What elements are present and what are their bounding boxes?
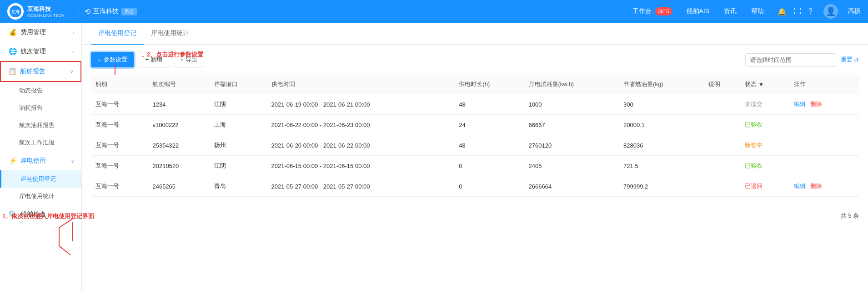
cell-status-2: 验收中	[740, 135, 789, 156]
table-row: 互海一号 1234 江阴 2021-06-19 00:00 - 2021-06-…	[91, 94, 859, 115]
status-filter[interactable]: 状态 ▼	[745, 80, 785, 88]
sidebar: 💰 费用管理 › 🌐 航次管理 › 📋 船舶报告 ∨ 动态报告 油耗报告	[0, 23, 82, 291]
col-ship: 船舶	[91, 75, 148, 94]
reset-icon: ↺	[854, 56, 859, 63]
action-编辑-4[interactable]: 编辑	[794, 183, 806, 189]
sidebar-sub-shore-register[interactable]: 岸电使用登记	[0, 170, 81, 188]
shore-power-icon: ⚡	[9, 157, 17, 165]
svg-text:互海: 互海	[11, 10, 20, 14]
total-label: 共 5 条	[841, 212, 859, 220]
cell-consumption-4: 2666664	[524, 176, 619, 197]
cell-duration-3: 0	[454, 156, 524, 176]
bell-icon[interactable]: 🔔	[778, 7, 787, 16]
cell-supply-time-1: 2021-06-22 00:00 - 2021-06-23 00:00	[267, 115, 455, 135]
sidebar-sub-label-fuel: 油耗报告	[19, 104, 43, 111]
sidebar-label-voyage: 航次管理	[20, 47, 46, 56]
question-icon[interactable]: ?	[808, 7, 813, 15]
cell-ship-1: 互海一号	[91, 115, 148, 135]
voyage-arrow: ›	[73, 49, 74, 54]
cost-icon: 💰	[9, 28, 17, 36]
col-supply-time: 供电时间	[267, 75, 455, 94]
header-icons: 🔔 ⛶ ? 👤 高振	[778, 4, 861, 19]
sidebar-item-voyage[interactable]: 🌐 航次管理 ›	[0, 42, 81, 61]
cell-supply-time-2: 2021-06-20 00:00 - 2021-06-22 00:00	[267, 135, 455, 156]
header-brand: ⟲ 互海科技 后台	[85, 7, 137, 16]
tab-shore-register[interactable]: 岸电使用登记	[91, 23, 144, 45]
cell-fuel-0: 300	[619, 94, 704, 115]
export-icon: ↑	[181, 56, 184, 63]
table-row: 互海一号 25354322 扬州 2021-06-20 00:00 - 2021…	[91, 135, 859, 156]
action-删除-0[interactable]: 删除	[810, 101, 822, 107]
header-divider	[79, 5, 79, 18]
add-button[interactable]: + 新增	[139, 52, 169, 67]
param-settings-button[interactable]: ≡ 参数设置	[91, 52, 134, 67]
sidebar-label-shore-power: 岸电使用	[20, 157, 46, 165]
logo-svg: 互海	[9, 5, 22, 18]
sidebar-sub-shore-stat[interactable]: 岸电使用统计	[0, 188, 81, 205]
action-删除-4[interactable]: 删除	[810, 183, 822, 189]
sidebar-label-ship-check: 船舶检查	[20, 210, 46, 219]
sidebar-sub-label-shore-stat: 岸电使用统计	[19, 193, 55, 199]
nav-news-label: 资讯	[724, 7, 737, 15]
brand-icon: ⟲	[85, 7, 90, 16]
sidebar-item-shore-power[interactable]: ⚡ 岸电使用 ∨	[0, 151, 81, 170]
table-row: 互海一号 20210520 江阴 2021-06-15 00:00 - 2021…	[91, 156, 859, 176]
tab-shore-stat-label: 岸电使用统计	[151, 29, 189, 36]
param-settings-label: 参数设置	[104, 56, 127, 64]
cost-arrow: ›	[73, 30, 74, 35]
cell-consumption-2: 2760120	[524, 135, 619, 156]
sidebar-sub-dynamic[interactable]: 动态报告	[0, 82, 81, 99]
cell-remark-0	[704, 94, 740, 115]
cell-status-4: 已退回	[740, 176, 789, 197]
avatar[interactable]: 👤	[823, 4, 838, 19]
date-range-input[interactable]	[745, 53, 836, 66]
sidebar-sub-label-shore-register: 岸电使用登记	[20, 175, 56, 182]
cell-consumption-3: 2405	[524, 156, 619, 176]
table-body: 互海一号 1234 江阴 2021-06-19 00:00 - 2021-06-…	[91, 94, 859, 197]
nav-help[interactable]: 帮助	[745, 5, 770, 18]
fullscreen-icon[interactable]: ⛶	[794, 7, 801, 15]
main-content: 岸电使用登记 岸电使用统计 ≡ 参数设置 + 新增 ↑ 导出	[82, 23, 868, 291]
cell-supply-time-4: 2021-05-27 00:00 - 2021-05-27 00:00	[267, 176, 455, 197]
nav-news[interactable]: 资讯	[717, 5, 743, 18]
export-button[interactable]: ↑ 导出	[174, 52, 205, 67]
cell-remark-4	[704, 176, 740, 197]
nav-ais[interactable]: 船舶AIS	[680, 5, 716, 18]
cell-ship-3: 互海一号	[91, 156, 148, 176]
col-action: 操作	[789, 75, 859, 94]
sidebar-label-cost: 费用管理	[20, 28, 46, 36]
header: 互海 互海科技 OCEAN LINK TECH ⟲ 互海科技 后台 工作台 38…	[0, 0, 868, 23]
toolbar: ≡ 参数设置 + 新增 ↑ 导出 重置 ↺	[82, 45, 868, 75]
tab-shore-register-label: 岸电使用登记	[98, 29, 136, 36]
tab-shore-stat[interactable]: 岸电使用统计	[144, 23, 196, 45]
col-status: 状态 ▼	[740, 75, 789, 94]
nav-workbench[interactable]: 工作台 3815	[626, 5, 678, 18]
sidebar-item-cost[interactable]: 💰 费用管理 ›	[0, 23, 81, 42]
reset-button[interactable]: 重置 ↺	[841, 56, 859, 64]
cell-ship-2: 互海一号	[91, 135, 148, 156]
sidebar-sub-voyage-fuel[interactable]: 航次油耗报告	[0, 117, 81, 134]
header-nav: 工作台 3815 船舶AIS 资讯 帮助	[626, 5, 770, 18]
cell-duration-4: 0	[454, 176, 524, 197]
cell-port-4: 青岛	[210, 176, 266, 197]
cell-port-2: 扬州	[210, 135, 266, 156]
sidebar-item-ship-check[interactable]: 🔍 船舶检查 ›	[0, 205, 81, 224]
status-filter-arrow: ▼	[758, 81, 764, 88]
sidebar-label-ship-report: 船舶报告	[20, 67, 45, 76]
reset-label: 重置	[841, 56, 853, 64]
cell-duration-1: 24	[454, 115, 524, 135]
cell-fuel-3: 721.5	[619, 156, 704, 176]
shore-power-arrow: ∨	[71, 158, 74, 163]
sidebar-item-ship-report[interactable]: 📋 船舶报告 ∨	[0, 61, 81, 82]
nav-ais-label: 船舶AIS	[687, 7, 710, 15]
sidebar-sub-voyage-work[interactable]: 航次工作汇报	[0, 134, 81, 151]
cell-status-0: 未提交	[740, 94, 789, 115]
cell-remark-1	[704, 115, 740, 135]
action-编辑-0[interactable]: 编辑	[794, 101, 806, 107]
ship-report-icon: 📋	[8, 67, 16, 76]
sidebar-sub-fuel[interactable]: 油耗报告	[0, 99, 81, 117]
voyage-icon: 🌐	[9, 47, 17, 56]
sidebar-item-voyage-left: 🌐 航次管理	[9, 47, 46, 56]
logo-sub-text: OCEAN LINK TECH	[27, 13, 64, 18]
cell-remark-3	[704, 156, 740, 176]
